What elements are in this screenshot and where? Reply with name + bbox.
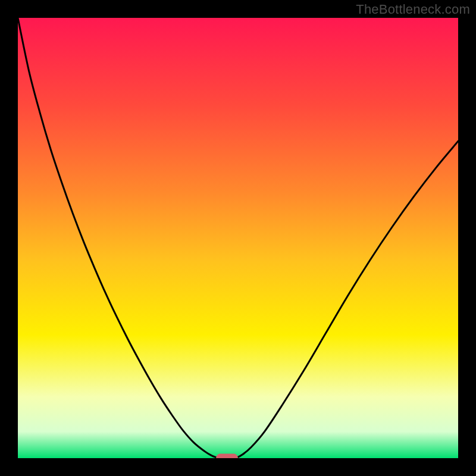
chart-frame: TheBottleneck.com (0, 0, 476, 476)
plot-area (18, 18, 458, 458)
gradient-background (18, 18, 458, 458)
watermark-label: TheBottleneck.com (356, 2, 470, 17)
minimum-marker (216, 454, 238, 458)
marker-group (216, 454, 238, 458)
